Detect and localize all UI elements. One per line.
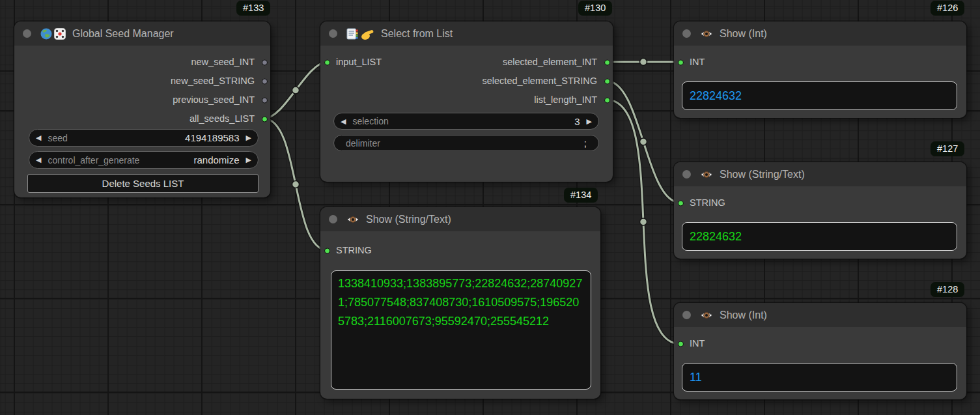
output-slot-selected-element-int[interactable] [604, 59, 610, 65]
decrement-icon[interactable]: ◀ [29, 156, 48, 164]
output-label: selected_element_STRING [483, 76, 598, 86]
node-titlebar[interactable]: Show (String/Text) [674, 162, 966, 186]
node-id-badge: #134 [564, 188, 598, 203]
node-title: Global Seed Manager [72, 28, 174, 40]
input-row-int: INT [674, 53, 966, 72]
input-label: STRING [336, 245, 372, 255]
control-after-generate-widget[interactable]: ◀ control_after_generate randomize ▶ [29, 151, 259, 169]
link-midpoint-dot[interactable] [640, 138, 647, 145]
decrement-icon[interactable]: ◀ [29, 134, 48, 142]
node-id-badge: #128 [931, 282, 964, 297]
node-show-int-128[interactable]: Show (Int) INT 11 [674, 303, 966, 399]
output-label: new_seed_INT [191, 57, 255, 67]
delete-seeds-list-button[interactable]: Delete Seeds LIST [27, 174, 259, 193]
node-title: Select from List [381, 28, 453, 40]
decrement-icon[interactable]: ◀ [334, 117, 352, 126]
node-show-string-127[interactable]: Show (String/Text) STRING 22824632 [674, 162, 966, 259]
widget-value[interactable]: randomize [193, 154, 239, 165]
widget-value[interactable]: 4194189583 [185, 132, 239, 143]
node-id-badge: #126 [931, 1, 964, 16]
output-label: list_length_INT [534, 94, 597, 105]
input-slot-string[interactable] [678, 200, 684, 206]
increment-icon[interactable]: ▶ [240, 134, 258, 142]
node-titlebar[interactable]: Select from List [320, 21, 613, 46]
node-title: Show (String/Text) [366, 214, 451, 225]
output-row-list-length-int: list_length_INT [320, 91, 613, 109]
node-show-int-126[interactable]: Show (Int) INT 22824632 [674, 21, 966, 118]
collapse-dot-icon[interactable] [23, 29, 31, 38]
output-row-new-seed-int: new_seed_INT [14, 53, 270, 72]
collapse-dot-icon[interactable] [329, 215, 337, 223]
globe-icon [40, 27, 53, 40]
output-slot-list-length-int[interactable] [604, 97, 610, 103]
widget-value[interactable]: 3 [574, 116, 580, 127]
output-row-selected-element-int: selected_element_INT [320, 53, 613, 72]
output-label: new_seed_STRING [171, 76, 255, 86]
node-titlebar[interactable]: Global Seed Manager [14, 21, 270, 46]
input-label: INT [690, 57, 705, 67]
link-midpoint-dot[interactable] [292, 87, 300, 94]
widget-label: delimiter [346, 138, 380, 149]
node-title: Show (Int) [720, 309, 767, 321]
input-row-string: STRING [320, 241, 600, 260]
selection-widget[interactable]: ◀ selection 3 ▶ [333, 113, 599, 130]
widget-label: selection [352, 116, 388, 126]
eye-icon [699, 168, 714, 181]
eye-icon [699, 309, 714, 322]
widget-value[interactable]: ; [584, 137, 587, 149]
output-slot-previous-seed-int[interactable] [262, 97, 268, 103]
collapse-dot-icon[interactable] [682, 311, 691, 319]
int-value-display[interactable]: 11 [682, 363, 957, 392]
input-row-string: STRING [674, 193, 966, 212]
input-slot-int[interactable] [678, 341, 684, 347]
node-id-badge: #127 [931, 141, 964, 156]
collapse-dot-icon[interactable] [329, 29, 337, 38]
output-label: selected_element_INT [503, 57, 597, 67]
collapse-dot-icon[interactable] [682, 170, 691, 179]
output-row-new-seed-string: new_seed_STRING [14, 72, 270, 91]
eye-icon [346, 213, 360, 226]
eye-icon [699, 27, 714, 40]
output-row-previous-seed-int: previous_seed_INT [14, 91, 270, 109]
node-titlebar[interactable]: Show (Int) [674, 303, 966, 327]
string-value-display[interactable]: 1338410933;1383895773;22824632;287409271… [331, 270, 591, 390]
input-label: STRING [690, 197, 725, 208]
delimiter-widget[interactable]: delimiter ; [333, 135, 599, 151]
int-value-display[interactable]: 22824632 [682, 81, 957, 110]
input-slot-int[interactable] [678, 59, 684, 65]
input-slot-string[interactable] [324, 248, 330, 253]
pointing-hand-icon [359, 27, 375, 41]
node-titlebar[interactable]: Show (String/Text) [320, 207, 600, 231]
output-row-all-seeds-list: all_seeds_LIST [14, 109, 270, 128]
node-id-badge: #130 [578, 1, 612, 16]
node-id-badge: #133 [236, 1, 270, 16]
node-graph-canvas[interactable]: { "canvas": { "wire_color": "#a9b7a3", "… [0, 0, 980, 415]
widget-label: control_after_generate [48, 155, 139, 165]
die-icon [53, 27, 66, 40]
input-row-int: INT [674, 334, 966, 353]
widget-label: seed [48, 133, 67, 143]
node-show-string-134[interactable]: Show (String/Text) STRING 1338410933;138… [320, 207, 600, 399]
output-label: previous_seed_INT [173, 94, 255, 105]
node-select-from-list[interactable]: Select from List input_LIST selected_ele… [320, 21, 613, 182]
increment-icon[interactable]: ▶ [580, 117, 598, 126]
output-label: all_seeds_LIST [189, 113, 255, 124]
output-slot-new-seed-string[interactable] [262, 78, 268, 84]
node-titlebar[interactable]: Show (Int) [674, 21, 966, 46]
string-value-display[interactable]: 22824632 [682, 222, 957, 251]
output-slot-selected-element-string[interactable] [604, 78, 610, 84]
collapse-dot-icon[interactable] [682, 29, 691, 38]
node-global-seed-manager[interactable]: Global Seed Manager new_seed_INT new_see… [14, 21, 270, 197]
input-label: INT [690, 338, 705, 349]
node-title: Show (Int) [720, 28, 767, 40]
link-midpoint-dot[interactable] [640, 218, 647, 225]
seed-widget[interactable]: ◀ seed 4194189583 ▶ [29, 129, 259, 147]
output-slot-new-seed-int[interactable] [262, 59, 268, 65]
increment-icon[interactable]: ▶ [240, 156, 258, 164]
note-icon [346, 27, 359, 40]
link-midpoint-dot[interactable] [640, 59, 647, 66]
output-slot-all-seeds-list[interactable] [262, 116, 268, 122]
node-title: Show (String/Text) [720, 169, 805, 180]
link-midpoint-dot[interactable] [292, 181, 300, 188]
output-row-selected-element-string: selected_element_STRING [320, 72, 613, 91]
